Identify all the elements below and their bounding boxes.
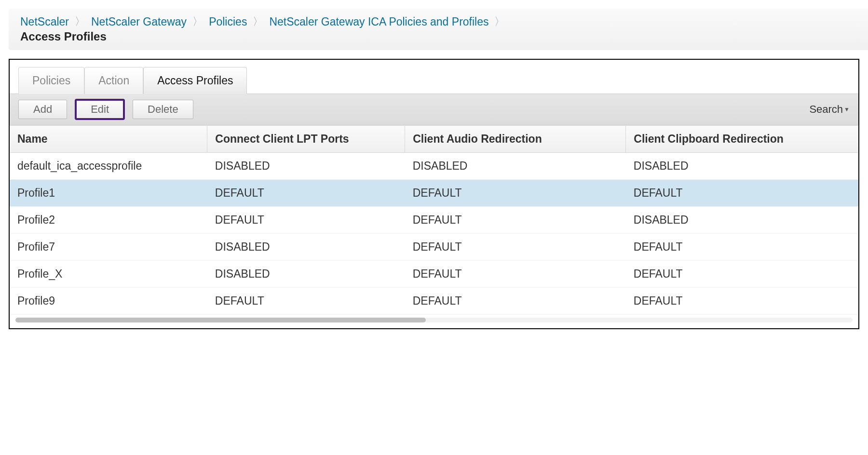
horizontal-scrollbar[interactable] <box>15 318 853 322</box>
table-cell: Profile1 <box>10 180 207 207</box>
search-label: Search <box>809 103 843 116</box>
breadcrumb-bar: NetScaler 〉 NetScaler Gateway 〉 Policies… <box>9 9 868 50</box>
table-row[interactable]: Profile9DEFAULTDEFAULTDEFAULT <box>10 288 858 315</box>
chevron-right-icon: 〉 <box>190 14 205 29</box>
table-row[interactable]: Profile7DISABLEDDEFAULTDEFAULT <box>10 234 858 261</box>
table-cell: DEFAULT <box>405 207 626 234</box>
breadcrumb: NetScaler 〉 NetScaler Gateway 〉 Policies… <box>20 14 856 29</box>
table-cell: DEFAULT <box>405 261 626 288</box>
table-row[interactable]: default_ica_accessprofileDISABLEDDISABLE… <box>10 153 858 180</box>
table-cell: DISABLED <box>207 234 405 261</box>
table-header-row: Name Connect Client LPT Ports Client Aud… <box>10 126 858 153</box>
edit-button[interactable]: Edit <box>76 100 124 119</box>
tab-access-profiles[interactable]: Access Profiles <box>143 67 247 94</box>
table-cell: default_ica_accessprofile <box>10 153 207 180</box>
table-cell: Profile2 <box>10 207 207 234</box>
table-cell: Profile9 <box>10 288 207 315</box>
search-button[interactable]: Search ▼ <box>809 103 850 116</box>
chevron-right-icon: 〉 <box>73 14 87 29</box>
add-button[interactable]: Add <box>18 100 67 119</box>
table-cell: DISABLED <box>207 261 405 288</box>
toolbar: Add Edit Delete Search ▼ <box>10 94 858 125</box>
caret-down-icon: ▼ <box>844 106 850 113</box>
table-cell: DEFAULT <box>405 234 626 261</box>
table-cell: DISABLED <box>207 153 405 180</box>
table-cell: DEFAULT <box>626 180 858 207</box>
breadcrumb-link-3[interactable]: NetScaler Gateway ICA Policies and Profi… <box>269 15 488 28</box>
table-cell: DEFAULT <box>626 234 858 261</box>
table-cell: DISABLED <box>626 153 858 180</box>
table-cell: Profile_X <box>10 261 207 288</box>
table-cell: DEFAULT <box>626 261 858 288</box>
chevron-right-icon: 〉 <box>251 14 265 29</box>
chevron-right-icon: 〉 <box>492 14 507 29</box>
tabs: Policies Action Access Profiles <box>10 67 858 94</box>
table-cell: DISABLED <box>405 153 626 180</box>
table-cell: DEFAULT <box>626 288 858 315</box>
table-row[interactable]: Profile1DEFAULTDEFAULTDEFAULT <box>10 180 858 207</box>
column-header-audio[interactable]: Client Audio Redirection <box>405 126 626 153</box>
table-cell: DEFAULT <box>207 288 405 315</box>
breadcrumb-link-0[interactable]: NetScaler <box>20 15 69 28</box>
breadcrumb-link-1[interactable]: NetScaler Gateway <box>91 15 187 28</box>
table-cell: Profile7 <box>10 234 207 261</box>
access-profiles-table: Name Connect Client LPT Ports Client Aud… <box>10 126 858 315</box>
delete-button[interactable]: Delete <box>133 100 193 119</box>
main-panel: Policies Action Access Profiles Add Edit… <box>9 59 859 329</box>
column-header-name[interactable]: Name <box>10 126 207 153</box>
column-header-lpt[interactable]: Connect Client LPT Ports <box>207 126 405 153</box>
table-cell: DEFAULT <box>207 180 405 207</box>
table-cell: DISABLED <box>626 207 858 234</box>
scrollbar-thumb[interactable] <box>15 318 426 322</box>
table-row[interactable]: Profile_XDISABLEDDEFAULTDEFAULT <box>10 261 858 288</box>
table-cell: DEFAULT <box>405 180 626 207</box>
table-cell: DEFAULT <box>405 288 626 315</box>
breadcrumb-link-2[interactable]: Policies <box>209 15 247 28</box>
table-cell: DEFAULT <box>207 207 405 234</box>
table-wrap: Name Connect Client LPT Ports Client Aud… <box>10 125 858 315</box>
tab-policies[interactable]: Policies <box>18 67 84 94</box>
table-row[interactable]: Profile2DEFAULTDEFAULTDISABLED <box>10 207 858 234</box>
column-header-clipboard[interactable]: Client Clipboard Redirection <box>626 126 858 153</box>
breadcrumb-current: Access Profiles <box>20 30 856 43</box>
tab-action[interactable]: Action <box>84 67 143 94</box>
